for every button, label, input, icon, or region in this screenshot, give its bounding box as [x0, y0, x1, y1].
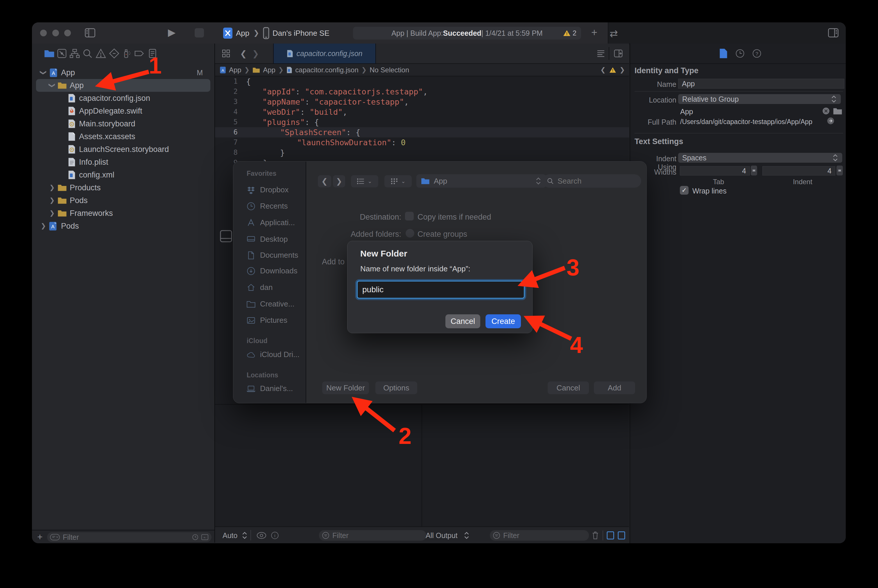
disclosure-chevron-icon[interactable]: ❯: [41, 222, 46, 230]
sidebar-item-dropbox[interactable]: Dropbox: [247, 185, 288, 194]
tab-width-field[interactable]: 4: [680, 166, 750, 176]
variables-view-scope[interactable]: Auto: [222, 531, 237, 540]
disclosure-chevron-icon[interactable]: ❯: [39, 70, 47, 75]
stop-button[interactable]: [195, 28, 204, 38]
source-control-navigator-icon[interactable]: [56, 48, 68, 59]
jumpbar-item-selection[interactable]: No Selection: [369, 66, 409, 74]
jumpbar-item-group[interactable]: App: [263, 66, 275, 74]
tree-row-launchscreen[interactable]: LaunchScreen.storyboard: [32, 143, 215, 156]
sidebar-item-desktop[interactable]: Desktop: [247, 235, 288, 244]
minimap-icon[interactable]: [596, 49, 605, 58]
show-console-icon[interactable]: [618, 531, 625, 540]
find-navigator-icon[interactable]: [82, 48, 93, 59]
test-navigator-icon[interactable]: [121, 48, 132, 59]
close-window-button[interactable]: [40, 30, 47, 36]
sidebar-item-creative[interactable]: Creative...: [247, 300, 294, 309]
navigator-filter-field[interactable]: +-: [47, 532, 212, 542]
disclosure-chevron-icon[interactable]: ❯: [50, 184, 55, 192]
tree-row-capacitor-config[interactable]: capacitor.config.json: [32, 92, 215, 105]
disclosure-chevron-icon[interactable]: ❯: [48, 83, 56, 88]
clear-location-icon[interactable]: [822, 107, 830, 115]
scheme-app-icon[interactable]: [222, 27, 233, 39]
sheet-search-field[interactable]: [542, 174, 641, 188]
jumpbar-item-file[interactable]: capacitor.config.json: [295, 66, 358, 74]
jumpbar-item-project[interactable]: App: [229, 66, 242, 74]
sidebar-item-downloads[interactable]: Downloads: [247, 266, 297, 275]
debug-area-toggle-icon[interactable]: [219, 229, 233, 244]
tree-row-pods-group[interactable]: ❯ Pods: [32, 194, 215, 207]
tree-row-pods-project[interactable]: ❯ A Pods: [32, 220, 215, 232]
console-filter-field[interactable]: [490, 530, 589, 541]
tab-width-stepper[interactable]: [751, 166, 757, 176]
toggle-inspector-icon[interactable]: [828, 28, 839, 38]
symbol-navigator-icon[interactable]: [69, 48, 80, 59]
current-folder-popup[interactable]: App: [416, 174, 546, 188]
trash-icon[interactable]: [591, 531, 599, 540]
issue-navigator-icon[interactable]: [95, 48, 107, 59]
warning-badge[interactable]: ! 2: [563, 29, 576, 37]
add-editor-icon[interactable]: [614, 49, 623, 58]
name-field[interactable]: App: [678, 79, 844, 88]
indent-width-field[interactable]: 4: [762, 166, 835, 176]
sheet-add-button[interactable]: Add: [594, 381, 635, 394]
sheet-back-button[interactable]: ❮: [318, 175, 331, 188]
indent-using-popup[interactable]: Spaces: [678, 153, 842, 163]
tree-row-frameworks[interactable]: ❯ Frameworks: [32, 207, 215, 220]
tree-row-project-app[interactable]: ❯ A App M: [32, 66, 215, 79]
choose-folder-icon[interactable]: [833, 107, 842, 115]
previous-issue-icon[interactable]: ❮: [600, 66, 605, 74]
editor-tab-capacitor-config[interactable]: capacitor.config.json: [273, 44, 376, 63]
tag-navigator-icon[interactable]: [134, 48, 145, 59]
tree-row-appdelegate[interactable]: AppDelegate.swift: [32, 105, 215, 117]
dialog-create-button[interactable]: Create: [485, 314, 521, 328]
new-folder-button[interactable]: New Folder: [322, 381, 369, 394]
sheet-forward-button[interactable]: ❯: [333, 175, 345, 188]
dialog-cancel-button[interactable]: Cancel: [446, 314, 480, 328]
breakpoint-navigator-icon[interactable]: [109, 48, 120, 59]
folder-name-input[interactable]: [357, 280, 525, 298]
version-editor-icon[interactable]: ⇄: [609, 28, 618, 39]
run-destination[interactable]: Dan's iPhone SE: [273, 29, 329, 38]
toggle-navigator-icon[interactable]: [85, 28, 95, 38]
help-inspector-icon[interactable]: ?: [752, 49, 761, 58]
sidebar-item-home[interactable]: dan: [247, 283, 273, 292]
variables-filter-input[interactable]: [332, 531, 394, 540]
disclosure-chevron-icon[interactable]: ❯: [50, 210, 55, 217]
variables-filter-field[interactable]: [319, 530, 426, 541]
sidebar-item-icloud-drive[interactable]: iCloud Dri...: [247, 350, 300, 359]
location-popup[interactable]: Relative to Group: [678, 94, 841, 104]
sheet-cancel-button[interactable]: Cancel: [548, 381, 589, 394]
open-path-arrow-icon[interactable]: [827, 117, 835, 125]
sidebar-item-recents[interactable]: Recents: [247, 202, 288, 211]
forward-icon[interactable]: ❯: [252, 49, 259, 58]
history-inspector-icon[interactable]: [735, 49, 744, 58]
wrap-lines-checkbox[interactable]: ✓: [680, 186, 689, 195]
eye-icon[interactable]: [256, 532, 267, 539]
project-navigator-icon[interactable]: [44, 48, 55, 59]
library-add-icon[interactable]: +: [591, 26, 597, 39]
back-icon[interactable]: ❮: [240, 49, 247, 58]
tree-row-app-folder[interactable]: ❯ App: [32, 79, 215, 92]
group-view-button[interactable]: ⌄: [384, 175, 412, 188]
sheet-search-input[interactable]: [557, 176, 616, 186]
navigator-filter-input[interactable]: [62, 533, 159, 542]
tree-row-main-storyboard[interactable]: Main.storyboard: [32, 117, 215, 130]
create-groups-radio[interactable]: [405, 229, 414, 238]
run-button[interactable]: ▶: [168, 26, 176, 38]
zoom-window-button[interactable]: [64, 30, 71, 36]
minimize-window-button[interactable]: [52, 30, 59, 36]
add-file-icon[interactable]: +: [37, 532, 43, 542]
console-filter-input[interactable]: [503, 531, 560, 540]
console-scope[interactable]: All Output: [426, 531, 458, 540]
tree-row-assets[interactable]: Assets.xcassets: [32, 130, 215, 143]
info-icon[interactable]: i: [271, 531, 279, 540]
sidebar-item-applications[interactable]: Applicati...: [247, 218, 295, 227]
sidebar-item-daniels-mac[interactable]: Daniel's...: [247, 384, 293, 393]
warning-triangle-icon[interactable]: !: [609, 67, 616, 73]
tree-row-configxml[interactable]: config.xml: [32, 168, 215, 181]
sidebar-item-documents[interactable]: Documents: [247, 251, 299, 260]
scheme-name[interactable]: App: [236, 29, 249, 38]
related-items-icon[interactable]: [221, 49, 231, 58]
tree-row-infoplist[interactable]: Info.plist: [32, 156, 215, 168]
debug-console-divider[interactable]: [422, 404, 422, 543]
